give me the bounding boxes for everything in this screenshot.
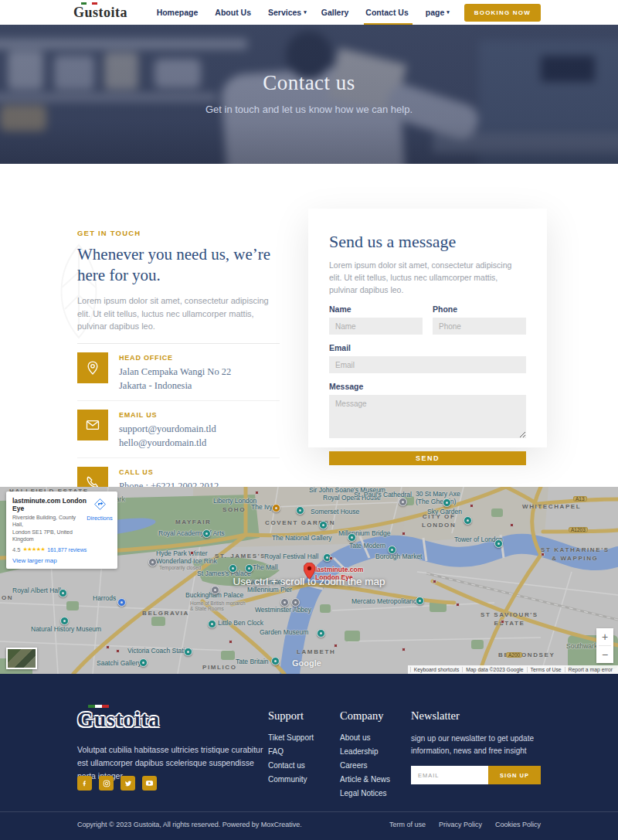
legal-link[interactable]: Cookies Policy <box>495 821 541 828</box>
page-subtitle: Get in touch and let us know how we can … <box>205 104 413 115</box>
block-label: CALL US <box>119 467 219 476</box>
map-zoom-controls: + − <box>596 628 613 663</box>
footer-link[interactable]: Article & News <box>340 775 390 784</box>
logo-text: Gustoita <box>73 5 127 20</box>
map-attribution-link[interactable]: Map data ©2023 Google <box>462 667 526 672</box>
twitter-icon[interactable] <box>121 776 135 791</box>
directions-button[interactable]: Directions <box>86 498 114 522</box>
contact-form: Name Phone Email Messag <box>329 304 526 465</box>
form-body: Lorem ipsum dolor sit amet, consectetur … <box>329 260 526 296</box>
footer-link[interactable]: Careers <box>340 761 390 770</box>
email-label: Email <box>329 343 526 352</box>
form-heading: Send us a message <box>329 232 526 252</box>
directions-label: Directions <box>86 515 114 522</box>
map-place-address: London SE1 7PB, United Kingdom <box>12 529 88 543</box>
google-logo: Google <box>292 658 321 668</box>
footer-link[interactable]: Leadership <box>340 747 390 756</box>
company-heading: Company <box>340 709 390 723</box>
nav-item[interactable]: Contact Us <box>365 0 410 25</box>
page: Gustoita Homepage About Us Services ▾ Ga… <box>0 0 618 840</box>
contact-info-column: GET IN TOUCH Whenever you need us, we’re… <box>77 229 287 515</box>
footer: Gustoita Volutpat cubilia habitasse ultr… <box>0 674 618 840</box>
message-field[interactable] <box>329 395 526 438</box>
map-place-address: Riverside Building, County Hall, <box>12 514 88 529</box>
phone-field[interactable] <box>433 318 526 335</box>
footer-link[interactable]: About us <box>340 733 390 742</box>
newsletter-body: sign up our newslatter to get update inf… <box>411 733 541 757</box>
logo[interactable]: Gustoita <box>73 5 127 21</box>
block-label: EMAIL US <box>119 410 216 419</box>
nav-item[interactable]: Services ▾ <box>268 0 307 25</box>
youtube-icon[interactable] <box>142 776 157 791</box>
facebook-icon[interactable] <box>77 776 92 791</box>
footer-logo: Gustoita <box>77 708 160 732</box>
footer-logo-flag-icon <box>88 705 109 708</box>
address-line: Jakarta - Indonesia <box>119 379 231 393</box>
logo-flag-icon <box>81 2 97 5</box>
newsletter-signup-button[interactable]: SIGN UP <box>488 766 541 784</box>
footer-company-column: Company About usLeadershipCareersArticle… <box>340 709 390 797</box>
section-body: Lorem ipsum dolor sit amet, consectetur … <box>77 294 277 333</box>
map-attribution: Keyboard shortcutsMap data ©2023 GoogleT… <box>408 665 618 674</box>
chevron-down-icon: ▾ <box>447 9 450 15</box>
address-line: Jalan Cempaka Wangi No 22 <box>119 365 231 379</box>
legal-link[interactable]: Term of use <box>389 821 426 828</box>
nav-item[interactable]: page ▾ <box>426 0 450 25</box>
chevron-down-icon: ▾ <box>304 9 307 15</box>
footer-link[interactable]: FAQ <box>268 747 314 756</box>
rating-stars-icon: ★★★★★ <box>22 546 45 553</box>
phone-label: Phone <box>433 304 526 314</box>
zoom-out-button[interactable]: − <box>596 646 613 663</box>
location-pin-icon <box>77 352 108 383</box>
google-map[interactable]: HALLFIELD ESTATEONMAYFAIRSOHOCOVENT GARD… <box>0 487 618 674</box>
footer-link[interactable]: Community <box>268 775 314 784</box>
map-attribution-link[interactable]: Terms of Use <box>527 667 565 672</box>
top-nav: Gustoita Homepage About Us Services ▾ Ga… <box>0 0 618 25</box>
head-office-block: HEAD OFFICE Jalan Cempaka Wangi No 22 Ja… <box>77 344 280 401</box>
page-title: Contact us <box>263 71 355 95</box>
map-place-title: lastminute.com London Eye <box>12 497 88 512</box>
zoom-in-button[interactable]: + <box>596 628 613 645</box>
footer-support-column: Support Tiket SupportFAQContact usCommun… <box>268 709 314 784</box>
map-reviews-link[interactable]: 161,877 reviews <box>47 547 87 553</box>
newsletter-email-input[interactable] <box>411 766 488 784</box>
satellite-toggle-thumbnail[interactable] <box>6 648 37 669</box>
contact-section: GET IN TOUCH Whenever you need us, we’re… <box>0 164 618 487</box>
legal-link[interactable]: Privacy Policy <box>439 821 482 828</box>
message-label: Message <box>329 382 526 391</box>
view-larger-map-link[interactable]: View larger map <box>12 557 111 564</box>
copyright-text: Copyright © 2023 Gustoita, All rights re… <box>77 821 302 828</box>
newsletter-heading: Newslatter <box>411 709 541 723</box>
envelope-icon <box>77 410 108 440</box>
nav-item[interactable]: About Us <box>215 0 253 25</box>
footer-link[interactable]: Legal Notices <box>340 789 390 797</box>
map-attribution-link[interactable]: Report a map error <box>565 667 616 672</box>
instagram-icon[interactable] <box>99 776 114 791</box>
footer-legal-links: Term of usePrivacy PolicyCookies Policy <box>389 821 541 828</box>
footer-newsletter-column: Newslatter sign up our newslatter to get… <box>411 709 541 784</box>
email-field[interactable] <box>329 356 526 373</box>
footer-link[interactable]: Tiket Support <box>268 733 314 742</box>
hero-banner: Contact us Get in touch and let us know … <box>0 25 618 164</box>
map-info-card: lastminute.com London Eye Riverside Buil… <box>6 491 117 569</box>
nav-item[interactable]: Homepage <box>157 0 201 25</box>
email-line: support@yourdomain.tld <box>119 422 216 436</box>
map-rating-value: 4.5 <box>12 546 20 553</box>
send-button[interactable]: SEND <box>329 451 526 465</box>
block-label: HEAD OFFICE <box>119 352 231 362</box>
footer-link[interactable]: Contact us <box>268 761 314 770</box>
section-heading: Whenever you need us, we’re here for you… <box>77 244 287 285</box>
name-field[interactable] <box>329 318 423 335</box>
name-label: Name <box>329 304 423 314</box>
footer-logo-text: Gustoita <box>77 708 160 731</box>
email-block: EMAIL US support@yourdomain.tld hello@yo… <box>77 401 280 458</box>
nav-menu: Homepage About Us Services ▾ Gallery Con… <box>157 0 541 25</box>
nav-items: Homepage About Us Services ▾ Gallery Con… <box>157 0 450 25</box>
section-kicker: GET IN TOUCH <box>77 229 287 237</box>
directions-icon <box>94 498 106 510</box>
map-attribution-link[interactable]: Keyboard shortcuts <box>410 667 463 672</box>
email-line: hello@yourdomain.tld <box>119 436 216 450</box>
booking-now-button[interactable]: BOOKING NOW <box>464 4 541 22</box>
nav-item[interactable]: Gallery <box>321 0 351 25</box>
footer-divider <box>0 811 618 812</box>
